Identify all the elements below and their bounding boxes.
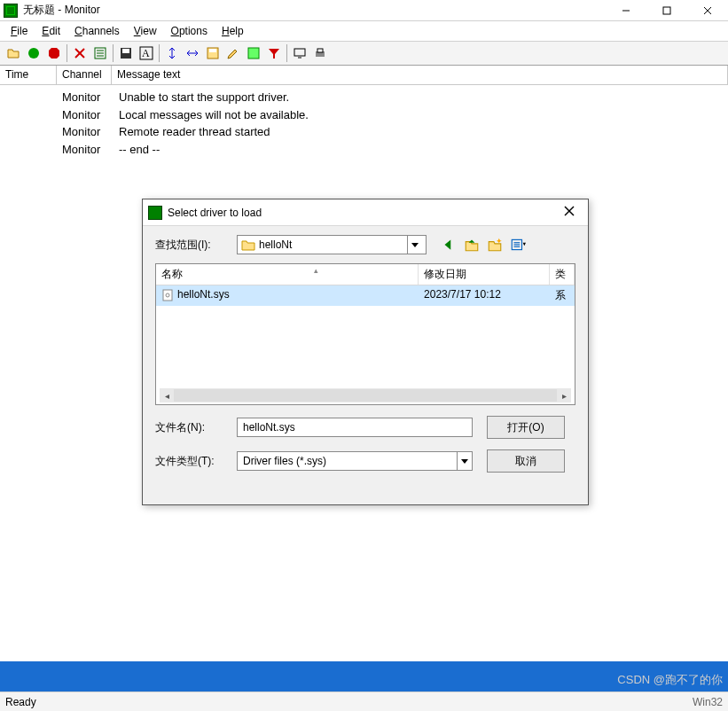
file-list: 名称▴ 修改日期 类 helloNt.sys 2023/7/17 10:12 系… [155, 263, 575, 405]
svg-text:✦: ✦ [496, 237, 503, 246]
scroll-left-icon[interactable]: ◂ [160, 391, 174, 401]
svg-rect-1 [663, 7, 670, 14]
svg-rect-13 [122, 49, 129, 53]
message-row[interactable]: Monitor Local messages will not be avail… [0, 106, 728, 124]
svg-marker-36 [523, 243, 526, 246]
close-button[interactable] [687, 0, 728, 21]
svg-rect-20 [248, 48, 259, 59]
file-row[interactable]: helloNt.sys 2023/7/17 10:12 系 [156, 285, 575, 306]
msg-time [0, 141, 57, 159]
svg-rect-25 [317, 49, 323, 52]
status-left: Ready [5, 696, 36, 708]
menu-channels[interactable]: Channels [69, 23, 125, 39]
tb-print-icon[interactable] [310, 43, 330, 63]
tb-resize-h-icon[interactable] [183, 43, 202, 63]
toolbar-separator [159, 44, 160, 62]
svg-marker-39 [461, 459, 468, 464]
look-in-label: 查找范围(I): [155, 238, 230, 253]
folder-icon [241, 239, 255, 251]
tb-list-icon[interactable] [90, 43, 110, 63]
file-type-cell: 系 [550, 287, 575, 304]
filename-label: 文件名(N): [155, 420, 230, 435]
svg-marker-5 [49, 48, 59, 59]
message-row[interactable]: Monitor Remote reader thread started [0, 123, 728, 141]
up-folder-icon[interactable] [464, 237, 480, 253]
col-message[interactable]: Message text [112, 66, 728, 85]
dialog-nav-icons: ✦ [441, 237, 526, 253]
menu-file[interactable]: File [5, 23, 33, 39]
msg-channel: Monitor [57, 123, 112, 141]
col-channel[interactable]: Channel [57, 66, 112, 85]
open-file-dialog: Select driver to load 查找范围(I): helloNt ✦… [142, 199, 589, 505]
tb-open-icon[interactable] [4, 43, 23, 63]
minimize-button[interactable] [606, 0, 646, 21]
tb-resize-v-icon[interactable] [162, 43, 182, 63]
look-in-row: 查找范围(I): helloNt ✦ [155, 235, 575, 254]
filename-input[interactable] [237, 418, 473, 437]
tb-delete-icon[interactable] [70, 43, 90, 63]
statusbar: Ready Win32 [0, 691, 728, 711]
watermark: CSDN @跑不了的你 [617, 672, 723, 688]
view-menu-icon[interactable] [510, 237, 526, 253]
msg-channel: Monitor [57, 141, 112, 159]
svg-rect-19 [209, 49, 216, 52]
menu-edit[interactable]: Edit [36, 23, 66, 39]
scroll-right-icon[interactable]: ▸ [557, 391, 571, 401]
back-icon[interactable] [441, 237, 457, 253]
tb-font-icon[interactable]: A [137, 43, 156, 63]
filetype-select[interactable]: Driver files (*.sys) [237, 451, 473, 471]
svg-point-4 [28, 48, 39, 59]
h-scrollbar[interactable]: ◂ ▸ [160, 388, 571, 402]
dialog-close-button[interactable] [556, 206, 583, 219]
message-row[interactable]: Monitor Unable to start the support driv… [0, 89, 728, 106]
col-time[interactable]: Time [0, 66, 57, 85]
titlebar: 无标题 - Monitor [0, 0, 728, 21]
grid-header: Time Channel Message text [0, 66, 728, 85]
filetype-label: 文件类型(T): [155, 454, 230, 469]
look-in-value: helloNt [259, 238, 403, 251]
dialog-app-icon [148, 206, 162, 220]
chevron-down-icon[interactable] [407, 236, 422, 254]
maximize-button[interactable] [646, 0, 687, 21]
toolbar: A [0, 41, 728, 66]
status-right: Win32 [693, 696, 723, 708]
svg-marker-21 [269, 49, 279, 59]
tb-stop-icon[interactable] [44, 43, 64, 63]
scroll-track[interactable] [174, 389, 557, 402]
filetype-row: 文件类型(T): Driver files (*.sys) 取消 [155, 449, 575, 473]
tb-highlight-icon[interactable] [244, 43, 263, 63]
filelist-col-type[interactable]: 类 [550, 264, 575, 285]
filelist-col-date[interactable]: 修改日期 [419, 264, 550, 285]
window-title: 无标题 - Monitor [23, 3, 606, 18]
menu-view[interactable]: View [129, 23, 162, 39]
tb-edit-icon[interactable] [223, 43, 243, 63]
new-folder-icon[interactable]: ✦ [487, 237, 503, 253]
tb-start-icon[interactable] [24, 43, 43, 63]
sort-asc-icon: ▴ [314, 266, 318, 275]
look-in-combo[interactable]: helloNt [237, 235, 427, 254]
file-date-cell: 2023/7/17 10:12 [419, 287, 550, 304]
svg-marker-28 [411, 243, 419, 247]
tb-save2-icon[interactable] [203, 43, 223, 63]
file-name-cell: helloNt.sys [156, 287, 419, 304]
chevron-down-icon[interactable] [457, 452, 472, 470]
app-icon [4, 4, 18, 18]
filelist-col-name[interactable]: 名称▴ [156, 264, 419, 285]
tb-filter-icon[interactable] [264, 43, 284, 63]
svg-rect-22 [294, 49, 305, 56]
msg-text: -- end -- [112, 141, 160, 159]
svg-text:A: A [142, 47, 150, 59]
file-icon [161, 289, 174, 301]
toolbar-separator [286, 44, 287, 62]
msg-channel: Monitor [57, 106, 112, 124]
message-row[interactable]: Monitor -- end -- [0, 141, 728, 159]
toolbar-separator [113, 44, 114, 62]
toolbar-separator [67, 44, 67, 62]
cancel-button[interactable]: 取消 [487, 449, 565, 473]
tb-save-icon[interactable] [116, 43, 136, 63]
menu-help[interactable]: Help [216, 23, 249, 39]
open-button[interactable]: 打开(O) [487, 416, 565, 439]
window-controls [606, 0, 728, 21]
menu-options[interactable]: Options [166, 23, 213, 39]
tb-display-icon[interactable] [290, 43, 309, 63]
